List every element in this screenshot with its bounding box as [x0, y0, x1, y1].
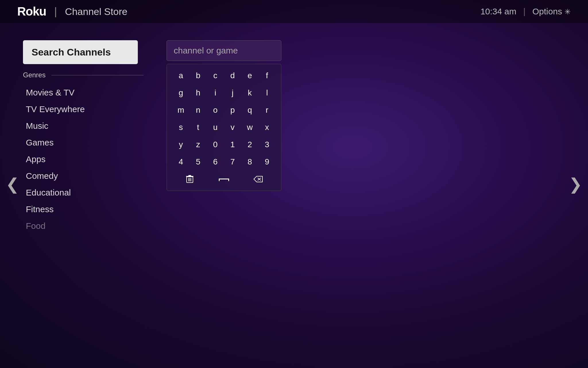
main-content: Search Channels Genres Movies & TV TV Ev… [0, 23, 588, 368]
topbar-right-divider: | [523, 7, 525, 16]
svg-rect-4 [186, 176, 194, 177]
key-v[interactable]: v [224, 119, 241, 136]
nav-left-arrow[interactable]: ❮ [6, 175, 19, 193]
key-e[interactable]: e [241, 67, 258, 84]
key-l[interactable]: l [258, 84, 276, 101]
key-7[interactable]: 7 [224, 153, 241, 170]
svg-rect-1 [188, 178, 189, 181]
sidebar-item-tv-everywhere[interactable]: TV Everywhere [23, 101, 144, 118]
key-k[interactable]: k [241, 84, 258, 101]
topbar-left: Roku | Channel Store [17, 5, 127, 18]
topbar: Roku | Channel Store 10:34 am | Options … [0, 0, 588, 23]
sidebar-item-comedy[interactable]: Comedy [23, 168, 144, 184]
key-row-4: s t u v w x [170, 119, 278, 136]
key-m[interactable]: m [172, 101, 189, 119]
key-u[interactable]: u [207, 119, 224, 136]
key-q[interactable]: q [241, 101, 258, 119]
search-channels-button[interactable]: Search Channels [23, 40, 138, 64]
sidebar-item-games[interactable]: Games [23, 134, 144, 151]
sidebar-item-movies-tv[interactable]: Movies & TV [23, 84, 144, 101]
genres-header: Genres [23, 71, 144, 79]
key-i[interactable]: i [207, 84, 224, 101]
svg-rect-7 [219, 179, 220, 181]
svg-rect-2 [189, 178, 190, 181]
key-4[interactable]: 4 [172, 153, 189, 170]
key-f[interactable]: f [258, 67, 276, 84]
key-row-5: y z 0 1 2 3 [170, 136, 278, 153]
keyboard-panel: channel or game a b c d e f g h i j k l [167, 40, 287, 191]
sidebar-item-fitness[interactable]: Fitness [23, 201, 144, 218]
sidebar-item-food[interactable]: Food [23, 218, 144, 234]
svg-rect-8 [228, 179, 229, 181]
key-t[interactable]: t [189, 119, 207, 136]
key-x[interactable]: x [258, 119, 276, 136]
key-n[interactable]: n [189, 101, 207, 119]
key-o[interactable]: o [207, 101, 224, 119]
key-2[interactable]: 2 [241, 136, 258, 153]
nav-right-arrow[interactable]: ❯ [569, 175, 582, 193]
key-c[interactable]: c [207, 67, 224, 84]
key-8[interactable]: 8 [241, 153, 258, 170]
svg-rect-3 [191, 178, 191, 181]
genres-section: Genres Movies & TV TV Everywhere Music G… [23, 71, 144, 234]
key-5[interactable]: 5 [189, 153, 207, 170]
genres-divider [51, 75, 144, 75]
key-3[interactable]: 3 [258, 136, 276, 153]
key-6[interactable]: 6 [207, 153, 224, 170]
key-d[interactable]: d [224, 67, 241, 84]
clock: 10:34 am [480, 7, 516, 16]
sidebar-item-educational[interactable]: Educational [23, 184, 144, 201]
svg-rect-5 [188, 175, 191, 176]
channel-store-title: Channel Store [65, 6, 127, 17]
key-w[interactable]: w [241, 119, 258, 136]
key-row-1: a b c d e f [170, 67, 278, 84]
options-icon: ✳ [564, 7, 571, 16]
key-y[interactable]: y [172, 136, 189, 153]
key-row-6: 4 5 6 7 8 9 [170, 153, 278, 170]
search-input-display[interactable]: channel or game [167, 40, 281, 61]
menu-list: Movies & TV TV Everywhere Music Games Ap… [23, 84, 144, 234]
key-j[interactable]: j [224, 84, 241, 101]
key-p[interactable]: p [224, 101, 241, 119]
genres-label: Genres [23, 71, 46, 79]
backspace-button[interactable] [244, 170, 272, 188]
key-row-3: m n o p q r [170, 101, 278, 119]
sidebar: Search Channels Genres Movies & TV TV Ev… [23, 40, 149, 237]
key-b[interactable]: b [189, 67, 207, 84]
key-9[interactable]: 9 [258, 153, 276, 170]
search-placeholder: channel or game [174, 46, 238, 55]
on-screen-keyboard: a b c d e f g h i j k l m n o p [167, 64, 281, 191]
key-0[interactable]: 0 [207, 136, 224, 153]
key-r[interactable]: r [258, 101, 276, 119]
key-g[interactable]: g [172, 84, 189, 101]
topbar-separator: | [54, 5, 57, 18]
key-h[interactable]: h [189, 84, 207, 101]
key-row-2: g h i j k l [170, 84, 278, 101]
options-button[interactable]: Options ✳ [532, 7, 571, 16]
key-row-actions [170, 170, 278, 188]
svg-rect-6 [219, 179, 229, 179]
space-button[interactable] [204, 170, 244, 188]
key-s[interactable]: s [172, 119, 189, 136]
sidebar-item-music[interactable]: Music [23, 118, 144, 134]
sidebar-item-apps[interactable]: Apps [23, 151, 144, 168]
delete-button[interactable] [175, 170, 204, 188]
roku-logo: Roku [17, 5, 46, 18]
topbar-right: 10:34 am | Options ✳ [480, 7, 571, 16]
key-z[interactable]: z [189, 136, 207, 153]
key-1[interactable]: 1 [224, 136, 241, 153]
key-a[interactable]: a [172, 67, 189, 84]
